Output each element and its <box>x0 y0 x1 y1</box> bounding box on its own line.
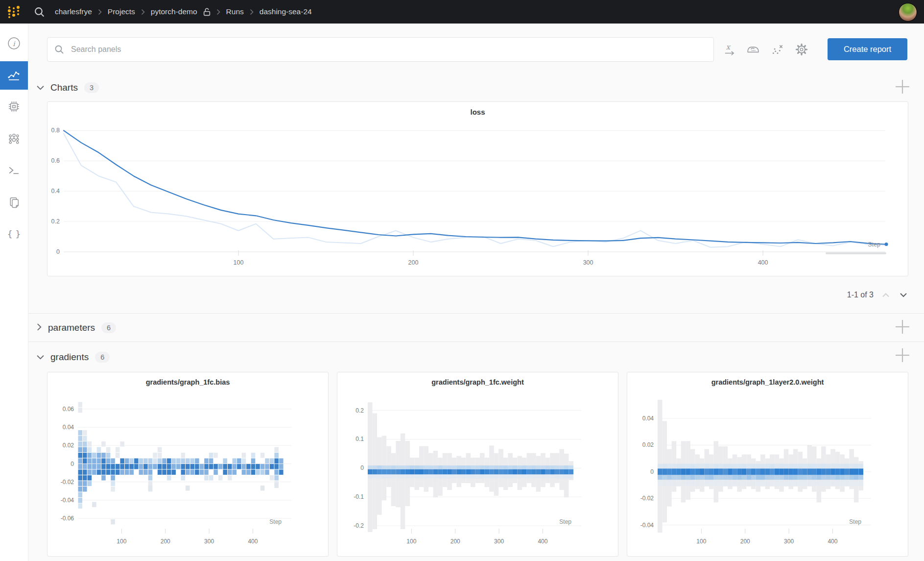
svg-text:0.04: 0.04 <box>63 424 74 431</box>
svg-text:200: 200 <box>740 538 750 545</box>
add-panel-button[interactable] <box>893 317 912 336</box>
chart-title: loss <box>47 108 908 116</box>
pagination-label: 1-1 of 3 <box>847 291 874 299</box>
create-report-button[interactable]: Create report <box>828 38 907 60</box>
svg-text:Step: Step <box>269 518 282 525</box>
svg-text:0: 0 <box>71 461 74 467</box>
top-navbar: charlesfrye Projects pytorch-demo Runs <box>0 0 924 24</box>
sidebar-item-charts[interactable] <box>0 61 28 90</box>
info-icon: i <box>7 37 21 52</box>
svg-text:100: 100 <box>234 259 244 266</box>
page-up-button[interactable] <box>880 291 891 299</box>
chevron-right-icon <box>98 9 102 15</box>
terminal-icon <box>7 164 21 179</box>
chevron-right-icon <box>216 9 220 15</box>
x-axis-settings-button[interactable]: x <box>720 40 739 59</box>
search-icon <box>54 45 64 54</box>
navbar-search-icon[interactable] <box>34 6 45 18</box>
breadcrumb-run-name[interactable]: dashing-sea-24 <box>260 7 312 16</box>
svg-text:0.02: 0.02 <box>63 442 74 449</box>
breadcrumb-project[interactable]: pytorch-demo <box>151 7 197 16</box>
svg-text:{ }: { } <box>7 229 21 239</box>
loss-chart: 00.20.40.60.8100200300400Step <box>47 120 908 275</box>
svg-text:300: 300 <box>583 259 593 266</box>
sidebar-item-files[interactable] <box>0 189 28 217</box>
x-axis-icon: x <box>723 43 736 56</box>
smoothing-button[interactable] <box>744 40 762 59</box>
svg-text:-0.06: -0.06 <box>61 515 74 522</box>
section-divider <box>28 313 924 314</box>
panel-gradients-fc-weight[interactable]: gradients/graph_1fc.weight 0.20.10-0.1-0… <box>337 372 618 557</box>
svg-text:400: 400 <box>828 538 837 545</box>
section-divider <box>28 341 924 342</box>
chevron-down-icon <box>899 292 908 298</box>
breadcrumb-projects[interactable]: Projects <box>108 7 135 16</box>
section-title: gradients <box>50 352 89 363</box>
svg-text:300: 300 <box>204 538 214 545</box>
chart-title: gradients/graph_1fc.weight <box>337 378 618 386</box>
gradients-fc-weight-chart: 0.20.10-0.1-0.2100200300400Step <box>337 394 618 556</box>
svg-text:400: 400 <box>248 538 258 545</box>
plus-icon <box>894 346 911 364</box>
breadcrumb: charlesfrye Projects pytorch-demo Runs <box>55 7 312 16</box>
svg-text:0: 0 <box>360 464 364 471</box>
section-title: parameters <box>48 322 95 333</box>
charts-section-header[interactable]: Charts 3 <box>37 78 99 97</box>
svg-text:0.2: 0.2 <box>355 407 364 414</box>
breadcrumb-runs[interactable]: Runs <box>226 7 244 16</box>
svg-text:-0.02: -0.02 <box>640 495 654 502</box>
parameters-section-header[interactable]: parameters 6 <box>37 318 116 337</box>
panel-gradients-fc-bias[interactable]: gradients/graph_1fc.bias 0.060.040.020-0… <box>47 372 329 557</box>
sidebar-item-system[interactable] <box>0 93 28 122</box>
braces-icon: { } <box>7 227 21 243</box>
sidebar-item-info[interactable]: i <box>0 30 28 58</box>
settings-button[interactable] <box>792 40 811 59</box>
svg-text:100: 100 <box>406 538 416 545</box>
svg-text:300: 300 <box>494 538 504 545</box>
panel-loss[interactable]: loss 00.20.40.60.8100200300400Step <box>47 101 908 276</box>
breadcrumb-entity[interactable]: charlesfrye <box>55 7 92 16</box>
outliers-button[interactable] <box>768 40 787 59</box>
sidebar-item-logs[interactable] <box>0 157 28 185</box>
svg-text:i: i <box>13 39 16 47</box>
svg-text:0.4: 0.4 <box>51 188 60 195</box>
chevron-up-icon <box>881 292 890 298</box>
gradients-fc-bias-chart: 0.060.040.020-0.02-0.04-0.06100200300400… <box>47 394 328 556</box>
svg-text:Step: Step <box>868 241 880 248</box>
section-count-badge: 6 <box>95 352 110 363</box>
plus-icon <box>894 318 911 336</box>
plus-icon <box>894 78 911 96</box>
svg-text:0.02: 0.02 <box>642 441 654 448</box>
gradients-section-header[interactable]: gradients 6 <box>37 348 110 366</box>
wandb-logo-icon[interactable] <box>4 3 23 20</box>
gear-icon <box>795 43 808 56</box>
smoothing-iron-icon <box>746 43 760 56</box>
chart-title: gradients/graph_1layer2.0.weight <box>627 378 908 386</box>
chip-icon <box>7 100 21 115</box>
svg-text:400: 400 <box>758 259 768 266</box>
svg-text:0.2: 0.2 <box>51 218 60 225</box>
add-panel-button[interactable] <box>893 346 912 365</box>
model-graph-icon <box>7 132 21 147</box>
sidebar-item-model[interactable] <box>0 125 28 154</box>
svg-text:-0.02: -0.02 <box>61 479 74 486</box>
page-down-button[interactable] <box>898 291 909 299</box>
panel-gradients-layer2-weight[interactable]: gradients/graph_1layer2.0.weight 0.040.0… <box>627 372 908 557</box>
svg-text:0.1: 0.1 <box>355 436 364 442</box>
panel-search <box>47 37 714 62</box>
svg-text:-0.04: -0.04 <box>640 522 654 529</box>
chevron-right-icon <box>250 9 254 15</box>
chart-title: gradients/graph_1fc.bias <box>47 378 328 386</box>
svg-text:100: 100 <box>696 538 706 545</box>
chevron-right-icon <box>141 9 145 15</box>
add-panel-button[interactable] <box>893 77 912 96</box>
svg-text:300: 300 <box>784 538 794 545</box>
svg-text:0.6: 0.6 <box>51 157 60 164</box>
svg-text:400: 400 <box>538 538 547 545</box>
open-lock-icon <box>203 8 211 16</box>
sidebar-item-config[interactable]: { } <box>0 220 28 249</box>
section-title: Charts <box>50 82 78 93</box>
svg-text:200: 200 <box>450 538 460 545</box>
search-panels-input[interactable] <box>70 45 713 54</box>
user-avatar[interactable] <box>899 3 917 22</box>
